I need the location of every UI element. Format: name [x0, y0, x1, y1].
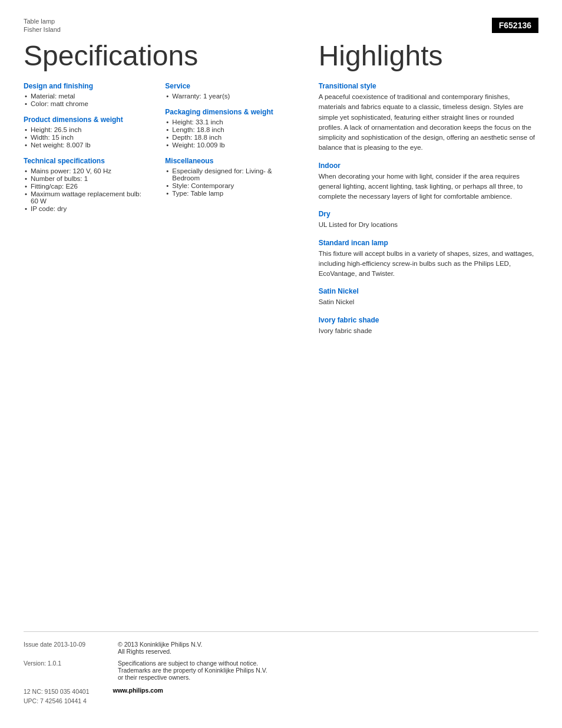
- transitional-style-text: A peaceful coexistence of traditional an…: [319, 92, 538, 153]
- service-section: Service Warranty: 1 year(s): [165, 82, 289, 100]
- ivory-fabric-shade-text: Ivory fabric shade: [319, 326, 538, 336]
- product-code-bar: F652136: [492, 18, 538, 33]
- technical-specs-title: Technical specifications: [24, 157, 147, 165]
- footer-issue-date-row: Issue date 2013-10-09 © 2013 Koninklijke…: [24, 641, 538, 655]
- issue-date-value: © 2013 Koninklijke Philips N.V. All Righ…: [118, 641, 202, 655]
- version-label: Version: 1.0.1: [24, 660, 106, 667]
- list-item: Number of bulbs: 1: [24, 175, 147, 182]
- design-finishing-section: Design and finishing Material: metal Col…: [24, 82, 147, 107]
- website-link[interactable]: www.philips.com: [113, 687, 163, 694]
- packaging-dimensions-title: Packaging dimensions & weight: [165, 108, 289, 116]
- list-item: Mains power: 120 V, 60 Hz: [24, 167, 147, 174]
- list-item: Material: metal: [24, 93, 147, 100]
- ivory-fabric-shade-title: Ivory fabric shade: [319, 316, 538, 324]
- list-item: Especially designed for: Living- & Bedro…: [165, 167, 289, 182]
- design-finishing-title: Design and finishing: [24, 82, 147, 90]
- footer-version-row: Version: 1.0.1 Specifications are subjec…: [24, 660, 538, 681]
- dry-text: UL Listed for Dry locations: [319, 220, 538, 230]
- product-dimensions-section: Product dimensions & weight Height: 26.5…: [24, 116, 147, 149]
- packaging-dimensions-list: Height: 33.1 inch Length: 18.8 inch Dept…: [165, 118, 289, 149]
- version-value: Specifications are subject to change wit…: [118, 660, 267, 681]
- list-item: Net weight: 8.007 lb: [24, 141, 147, 149]
- dry-title: Dry: [319, 210, 538, 218]
- list-item: Color: matt chrome: [24, 100, 147, 107]
- product-dimensions-title: Product dimensions & weight: [24, 116, 147, 124]
- miscellaneous-list: Especially designed for: Living- & Bedro…: [165, 167, 289, 197]
- list-item: Height: 33.1 inch: [165, 118, 289, 126]
- miscellaneous-title: Miscellaneous: [165, 157, 289, 165]
- list-item: Width: 15 inch: [24, 134, 147, 141]
- nc-label: 12 NC: 9150 035 40401: [24, 688, 90, 695]
- miscellaneous-section: Miscellaneous Especially designed for: L…: [165, 157, 289, 197]
- list-item: Style: Contemporary: [165, 182, 289, 189]
- packaging-dimensions-section: Packaging dimensions & weight Height: 33…: [165, 108, 289, 149]
- transitional-style-title: Transitional style: [319, 82, 538, 90]
- satin-nickel-title: Satin Nickel: [319, 287, 538, 295]
- standard-incan-title: Standard incan lamp: [319, 239, 538, 247]
- product-dimensions-list: Height: 26.5 inch Width: 15 inch Net wei…: [24, 126, 147, 149]
- service-list: Warranty: 1 year(s): [165, 93, 289, 100]
- list-item: Depth: 18.8 inch: [165, 134, 289, 141]
- list-item: Height: 26.5 inch: [24, 126, 147, 133]
- technical-specs-list: Mains power: 120 V, 60 Hz Number of bulb…: [24, 167, 147, 212]
- design-finishing-list: Material: metal Color: matt chrome: [24, 93, 147, 107]
- list-item: Type: Table lamp: [165, 190, 289, 197]
- satin-nickel-section: Satin Nickel Satin Nickel: [319, 287, 538, 307]
- standard-incan-text: This fixture will accept bulbs in a vari…: [319, 249, 538, 279]
- service-title: Service: [165, 82, 289, 90]
- list-item: Warranty: 1 year(s): [165, 93, 289, 100]
- transitional-style-section: Transitional style A peaceful coexistenc…: [319, 82, 538, 153]
- indoor-title: Indoor: [319, 162, 538, 170]
- ivory-fabric-shade-section: Ivory fabric shade Ivory fabric shade: [319, 316, 538, 336]
- list-item: Maximum wattage replacement bulb: 60 W: [24, 190, 147, 205]
- highlights-title: Highlights: [319, 42, 538, 70]
- list-item: Fitting/cap: E26: [24, 183, 147, 190]
- standard-incan-section: Standard incan lamp This fixture will ac…: [319, 239, 538, 279]
- satin-nickel-text: Satin Nickel: [319, 297, 538, 307]
- list-item: Weight: 10.009 lb: [165, 141, 289, 149]
- footer-nc-row: 12 NC: 9150 035 40401 UPC: 7 42546 10441…: [24, 686, 538, 704]
- indoor-section: Indoor When decorating your home with li…: [319, 162, 538, 202]
- product-type: Table lamp: [24, 18, 61, 25]
- specifications-title: Specifications: [24, 42, 289, 70]
- technical-specs-section: Technical specifications Mains power: 12…: [24, 157, 147, 212]
- footer: Issue date 2013-10-09 © 2013 Koninklijke…: [24, 631, 538, 704]
- list-item: Length: 18.8 inch: [165, 126, 289, 133]
- list-item: IP code: dry: [24, 205, 147, 212]
- indoor-text: When decorating your home with light, co…: [319, 172, 538, 202]
- dry-section: Dry UL Listed for Dry locations: [319, 210, 538, 230]
- product-line: Fisher Island: [24, 26, 61, 33]
- issue-date-label: Issue date 2013-10-09: [24, 641, 106, 648]
- upc-label: UPC: 7 42546 10441 4: [24, 697, 90, 704]
